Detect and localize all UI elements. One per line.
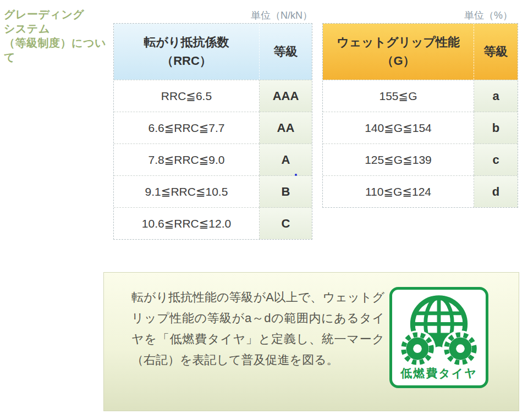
rrc-table-header: 転がり抵抗係数 （RRC） bbox=[114, 24, 260, 80]
definition-box: 転がり抵抗性能の等級がA以上で、ウェットグリップ性能の等級がa～dの範囲内にある… bbox=[103, 272, 519, 411]
page-title: グレーディング システム （等級制度）について bbox=[4, 7, 108, 64]
rrc-range-cell: 6.6≦RRC≦7.7 bbox=[114, 112, 260, 143]
wetgrip-grade-header: 等級 bbox=[474, 24, 518, 80]
rrc-range-cell: 10.6≦RRC≦12.0 bbox=[114, 207, 260, 239]
rrc-grade-header: 等級 bbox=[260, 24, 312, 80]
rrc-header-line-2: （RRC） bbox=[161, 52, 212, 70]
page-title-line-2: システム bbox=[4, 21, 108, 36]
rrc-range-cell: RRC≦6.5 bbox=[114, 80, 260, 112]
wetgrip-range-cell: 110≦G≦124 bbox=[323, 175, 474, 207]
page: グレーディング システム （等級制度）について 単位（N/kN） 単位（%） 転… bbox=[0, 0, 528, 420]
rrc-range-cell: 7.8≦RRC≦9.0 bbox=[114, 143, 260, 175]
rrc-grade-cell: AAA bbox=[260, 80, 312, 112]
rrc-range-cell: 9.1≦RRC≦10.5 bbox=[114, 175, 260, 207]
rrc-grade-cell: AA bbox=[260, 112, 312, 143]
globe-tire-icon bbox=[396, 294, 482, 367]
wetgrip-range-cell: 125≦G≦139 bbox=[323, 143, 474, 175]
rrc-grade-cell: C bbox=[260, 207, 312, 239]
wetgrip-table: ウェットグリップ性能 （G） 等級 155≦G a 140≦G≦154 b 12… bbox=[322, 23, 518, 208]
page-title-line-1: グレーディング bbox=[4, 7, 108, 21]
tire-gear-right bbox=[447, 335, 475, 363]
wetgrip-grade-cell: d bbox=[474, 175, 518, 207]
rrc-grade-cell: B bbox=[260, 175, 312, 207]
tire-gear-left bbox=[404, 335, 432, 363]
logo-label: 低燃費タイヤ bbox=[392, 366, 486, 381]
wetgrip-range-cell: 140≦G≦154 bbox=[323, 112, 474, 143]
wetgrip-grade-cell: b bbox=[474, 112, 518, 143]
wetgrip-grade-cell: a bbox=[474, 80, 518, 112]
rrc-header-line-1: 転がり抵抗係数 bbox=[144, 33, 229, 52]
wetgrip-grade-cell: c bbox=[474, 143, 518, 175]
wetgrip-range-cell: 155≦G bbox=[323, 80, 474, 112]
wetgrip-header-line-1: ウェットグリップ性能 bbox=[337, 33, 460, 52]
rrc-grade-cell: A bbox=[260, 143, 312, 175]
rrc-table: 転がり抵抗係数 （RRC） 等級 RRC≦6.5 AAA 6.6≦RRC≦7.7… bbox=[113, 23, 312, 240]
fuel-efficient-tire-logo: 低燃費タイヤ bbox=[389, 287, 488, 388]
wetgrip-header-line-2: （G） bbox=[381, 52, 415, 70]
page-title-line-3: （等級制度）について bbox=[4, 36, 108, 64]
definition-text: 転がり抵抗性能の等級がA以上で、ウェットグリップ性能の等級がa～dの範囲内にある… bbox=[131, 287, 384, 371]
wetgrip-table-header: ウェットグリップ性能 （G） bbox=[323, 24, 474, 80]
wetgrip-unit-label: 単位（%） bbox=[322, 9, 513, 22]
rrc-unit-label: 単位（N/kN） bbox=[113, 9, 312, 22]
stray-dot-artifact bbox=[295, 174, 297, 176]
